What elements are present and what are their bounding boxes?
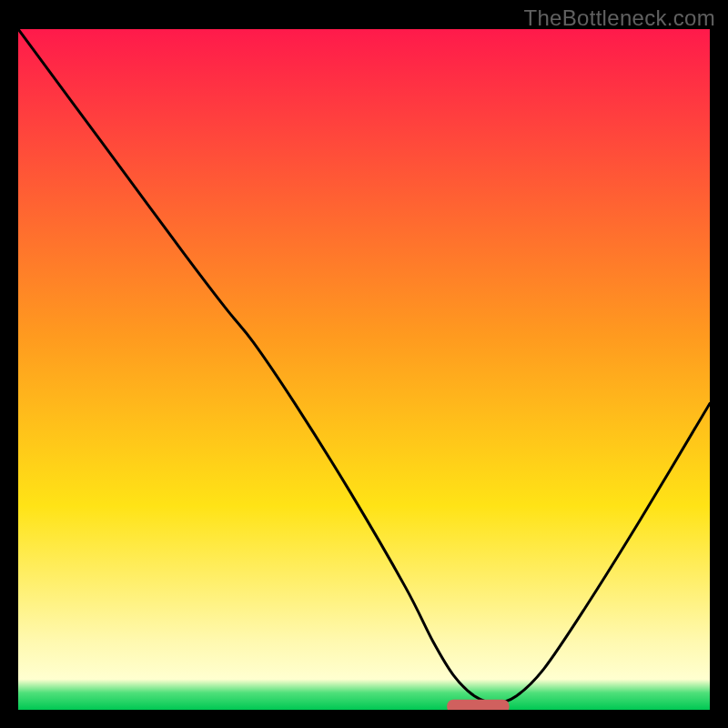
chart-svg (18, 29, 710, 710)
chart-frame: TheBottleneck.com (0, 0, 728, 728)
chart-background (18, 29, 710, 710)
watermark-text: TheBottleneck.com (523, 5, 715, 31)
optimal-marker (447, 700, 509, 710)
chart-area (18, 29, 710, 710)
